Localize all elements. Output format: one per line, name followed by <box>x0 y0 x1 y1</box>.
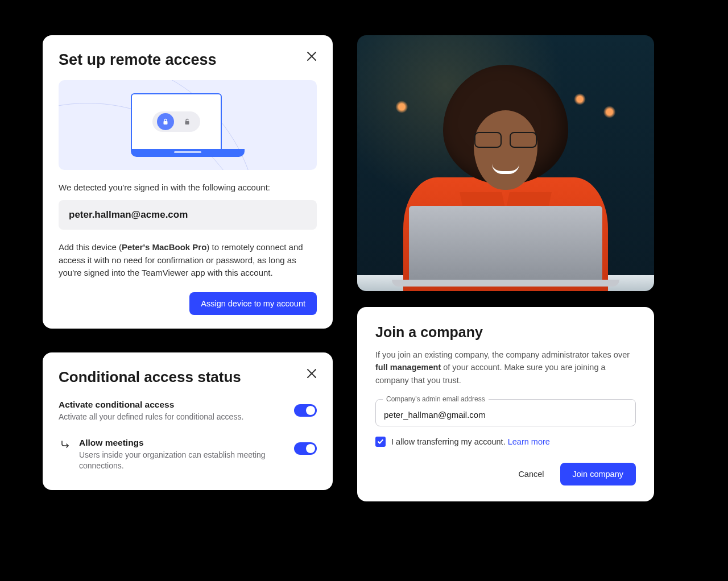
allow-meetings-row: Allow meetings Users inside your organiz… <box>59 438 317 472</box>
join-company-button[interactable]: Join company <box>560 463 636 485</box>
svg-rect-0 <box>164 121 168 125</box>
desc-prefix: Add this device ( <box>59 242 122 252</box>
allow-transfer-checkbox[interactable] <box>375 437 386 447</box>
remote-access-illustration <box>59 80 317 170</box>
join-desc-bold: full management <box>375 363 441 372</box>
conditional-access-card: Conditional access status Activate condi… <box>43 352 333 490</box>
lock-open-icon <box>179 113 196 130</box>
account-email: peter.hallman@acme.com <box>59 200 317 230</box>
remote-access-card: Set up remote access We detected you're … <box>43 35 333 329</box>
detected-account-text: We detected you're signed in with the fo… <box>59 182 317 192</box>
admin-email-label: Company's admin email address <box>383 395 489 403</box>
allow-meetings-title: Allow meetings <box>79 438 277 448</box>
activate-conditional-sub: Activate all your defined rules for cond… <box>59 412 277 423</box>
join-company-card: Join a company If you join an existing c… <box>357 307 654 501</box>
close-icon[interactable] <box>304 49 319 64</box>
join-company-description: If you join an existing company, the com… <box>375 348 636 387</box>
activate-conditional-toggle[interactable] <box>294 404 317 417</box>
allow-transfer-row: I allow transferring my account. Learn m… <box>375 437 636 447</box>
svg-rect-1 <box>185 121 189 125</box>
indent-arrow-icon <box>60 439 71 450</box>
join-company-title: Join a company <box>375 324 636 341</box>
cancel-button[interactable]: Cancel <box>511 464 551 484</box>
device-name: Peter's MacBook Pro <box>122 242 206 252</box>
activate-conditional-title: Activate conditional access <box>59 400 277 410</box>
admin-email-field[interactable]: Company's admin email address <box>375 399 636 426</box>
allow-meetings-sub: Users inside your organization can estab… <box>79 450 277 472</box>
admin-email-input[interactable] <box>384 410 627 420</box>
activate-conditional-row: Activate conditional access Activate all… <box>59 400 317 423</box>
learn-more-link[interactable]: Learn more <box>508 437 550 446</box>
remote-access-title: Set up remote access <box>59 51 317 69</box>
conditional-access-title: Conditional access status <box>59 368 317 386</box>
allow-transfer-label: I allow transferring my account. Learn m… <box>391 437 550 446</box>
allow-transfer-text: I allow transferring my account. <box>391 437 508 446</box>
remote-access-description: Add this device (Peter's MacBook Pro) to… <box>59 241 317 280</box>
close-icon[interactable] <box>304 366 319 381</box>
lock-closed-icon <box>157 113 174 130</box>
allow-meetings-toggle[interactable] <box>294 442 317 455</box>
assign-device-button[interactable]: Assign device to my account <box>189 292 317 315</box>
laptop-illustration <box>131 93 245 157</box>
hero-photo <box>357 35 654 291</box>
join-desc-prefix: If you join an existing company, the com… <box>375 350 630 359</box>
